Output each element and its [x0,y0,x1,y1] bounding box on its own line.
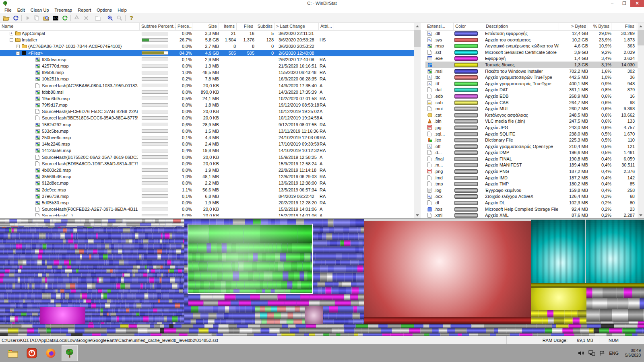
table-row[interactable]: 533c5be.msp0,0%1,5 MB13/11/2019 11:16:36… [0,128,414,134]
open-button[interactable] [2,14,11,22]
extension-row[interactable]: A.ttcΑρχείο γραμματοσειρών TrueType442,5… [425,74,638,80]
help-button[interactable]: ? [127,14,136,22]
table-row[interactable]: 79f9d17.msp0,0%1,8 MB19/12/2019 08:53:18… [0,102,414,108]
col-files[interactable]: Files [237,23,255,30]
table-row[interactable]: 2de9ce.msp1,1%56,6 MB13/5/2019 06:57:34R… [0,187,414,193]
table-row[interactable]: 1582d292.msp0,6%28,9 MB9/12/2019 08:07:5… [0,121,414,128]
table-row[interactable]: 14fe2246.msp0,0%2,4 MB17/10/2019 09:30:5… [0,141,414,147]
explorer-here-button[interactable] [41,14,51,22]
taskbar-app-file-explorer[interactable] [5,345,21,361]
clock[interactable]: 00:49 5/6/2020 [625,348,641,358]
zoom-out-button[interactable] [115,14,124,22]
extension-row[interactable]: A.otfΑρχείο γραμματοσειράς OpenType210,4… [425,143,638,150]
col-size[interactable]: Size [192,23,219,30]
scroll-down-icon[interactable] [638,212,644,218]
menu-file[interactable]: File [2,7,14,13]
col-color[interactable]: Color [454,23,484,30]
treemap-canvas[interactable] [0,219,644,336]
col-items[interactable]: Items [219,23,237,30]
network-icon[interactable] [588,350,595,356]
extension-scrollbar[interactable] [638,23,644,218]
taskbar-app-windirstat[interactable] [62,345,78,361]
extension-row[interactable]: .lexDictionary File225,3 MB0,5%110 [425,137,638,143]
menu-treemap[interactable]: Treemap [52,7,75,13]
table-row[interactable]: 10b251b.msp0,2%7,8 MB16/3/2020 06:28:35R… [0,76,414,82]
delete-recycle-button[interactable] [72,14,81,22]
menu-edit[interactable]: Edit [14,7,28,13]
resume-button[interactable] [23,14,32,22]
extension-row[interactable]: .msiΠακέτο του Windows Installer702,2 MB… [425,68,638,74]
menu-report[interactable]: Report [75,7,94,13]
flag-icon[interactable] [599,350,605,356]
restore-button[interactable]: ❐ [618,0,630,7]
extension-row[interactable]: .edbΑρχείο EDB268,9 MB0,6%16 [425,93,638,99]
col-description[interactable]: Description [484,23,559,30]
menu-options[interactable]: Options [94,7,115,13]
tree-expander-icon[interactable]: - [16,51,20,55]
delete-button[interactable] [81,14,91,22]
tree-expander-icon[interactable]: - [10,38,13,42]
extension-row[interactable]: .Τοπικός δίσκος1,3 GB3,1%14.030 [425,62,638,68]
extension-row[interactable]: .jpgΑρχείο JPG243,0 MB0,6%4.757 [425,124,638,131]
extension-row[interactable]: A.ttfΑρχείο γραμματοσειράς TrueType400,1… [425,80,638,87]
table-row[interactable]: 37e6739.msp0,1%6,8 MB8/4/2019 06:22:42RA [0,193,414,200]
extension-row[interactable]: .mspΛογισμικό ενημέρωσης κώδικα του Wind… [425,43,638,49]
scroll-down-icon[interactable] [414,212,421,218]
tree-scrollbar[interactable] [414,23,421,218]
extension-row[interactable]: .hxsMicrosoft Help Compiled Storage File… [425,206,638,212]
col-extension[interactable]: Extensi... [425,23,454,30]
table-row[interactable]: +AppCompat0,0%3,3 MB211653/6/2020 22:11:… [0,30,414,37]
col-percent[interactable]: Perce... [176,23,192,30]
table-row[interactable]: 4b003c28.msp0,0%1,9 MB22/8/2019 11:14:18… [0,167,414,173]
table-row[interactable]: 930dea.msp0,1%2,9 MB2/6/2020 12:40:08RA [0,56,414,63]
extension-row[interactable]: .sstMicrosoft Serialized Certificate Sto… [425,49,638,56]
extension-row[interactable]: .finalΑρχείο FINAL190,8 MB0,4%6.059 [425,156,638,162]
extension-row[interactable]: .sql...Αρχείο SQLITE238,0 MB0,5%1.670 [425,131,638,137]
table-row[interactable]: 35569b46.msp1,0%48,1 MB12/8/2019 06:29:0… [0,173,414,180]
language-indicator[interactable]: ENG [609,351,619,356]
extension-row[interactable]: .sysΑρχείο του συστήματος10,2 GB23,9%1.8… [425,37,638,43]
table-row[interactable]: 895b6.msp1,0%48,5 MB11/5/2020 06:43:48RA [0,69,414,76]
col-percent-bytes[interactable]: % Bytes [588,23,611,30]
col-subdirs[interactable]: Subdirs [255,23,275,30]
table-row[interactable]: 425770d.msp0,0%1,3 MB21/5/2020 16:16:51R… [0,63,414,69]
col-subtree[interactable]: Subtree Percent... [140,23,176,30]
extension-row[interactable]: .xmlΑρχείο XML87,6 MB0,2%2.287 [425,212,638,218]
tree-expander-icon[interactable]: + [16,45,20,48]
col-attributes[interactable]: Attri... [319,23,334,30]
scroll-up-icon[interactable] [638,23,644,29]
table-row[interactable]: 912d8ec.msp0,0%2,2 MB13/6/2019 12:38:00R… [0,180,414,186]
table-row[interactable]: 1412da56.msp0,4%19,8 MB14/10/2019 10:12:… [0,147,414,154]
properties-button[interactable] [93,14,103,22]
scroll-up-icon[interactable] [414,23,421,29]
col-bytes[interactable]: > Bytes [559,23,588,30]
extension-row[interactable]: .catΚατάλογος ασφάλειας248,5 MB0,6%10.66… [425,112,638,118]
tree-expander-icon[interactable]: + [10,32,13,35]
minimize-button[interactable]: – [606,0,618,7]
table-row[interactable]: SourceHash{AC76BA86-0804-1033-1959-00182… [0,82,414,89]
table-row[interactable]: 19ac6bf5.msp0,5%24,1 MB10/2/2020 07:01:5… [0,95,414,102]
menu-help[interactable]: Help [115,7,130,13]
taskbar-app-firefox[interactable] [43,345,59,361]
table-row[interactable]: SourceHash{B175520C-86A2-35A7-8619-86DC3… [0,154,414,160]
command-prompt-button[interactable]: C:\ [51,14,60,22]
refresh-all-button[interactable] [11,14,20,22]
table-row-selected[interactable]: -<Files>84,3%4,9 GB50550502/6/2020 12:40… [0,50,414,56]
extension-row[interactable]: .d...Αρχείο DMP196,6 MB0,5%1.461 [425,149,638,156]
table-row[interactable]: SourceHash{...}0,0%20,0 KB15/2/2019 14:0… [0,212,414,216]
close-button[interactable]: ✕ [630,0,644,7]
table-row[interactable]: -Installer26,7%5,8 GB1.5041.3761283/6/20… [0,37,414,43]
scrollbar-thumb[interactable] [414,30,421,47]
table-row[interactable]: SourceHash{BD95A8CD-1D9F-35AD-981A-3E792… [0,160,414,167]
col-name[interactable]: Name [0,23,140,30]
table-row[interactable]: SourceHash{5FCE6D76-F5DC-37AB-B2B8-22AB8… [0,108,414,115]
extension-row[interactable]: .ocxΣτοιχείο ελέγχου ActiveX126,4 MB0,3%… [425,193,638,200]
menu-clean-up[interactable]: Clean Up [28,7,52,13]
extension-row[interactable]: .datΑρχείο DAT361,1 MB0,8%879 [425,86,638,93]
extension-row[interactable]: .imdΑρχείο IMD187,2 MB0,4%142 [425,175,638,181]
table-row[interactable]: 250bee6c.msp0,1%4,4 MB24/10/2019 12:03:0… [0,134,414,141]
table-row[interactable]: SourceHash{F8CFEB22-A2E7-3971-9EDA-4B11E… [0,206,414,212]
table-row[interactable]: +{AC76BA86-7AD7-1033-7B44-AC0F074E4100}0… [0,43,414,49]
table-row[interactable]: 5d05b30.msp0,0%1,9 MB20/2/2019 12:28:20R… [0,200,414,206]
treemap-view[interactable] [0,218,644,336]
